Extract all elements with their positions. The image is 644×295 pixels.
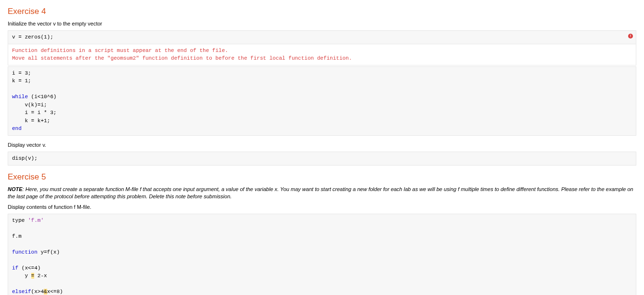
keyword-elseif: elseif: [12, 289, 31, 295]
keyword-if: if: [12, 265, 18, 271]
string-literal: 'f.m': [28, 218, 44, 223]
highlight-amp: &: [44, 289, 47, 295]
code-line: f.m: [12, 233, 22, 239]
code-line: disp(v);: [12, 155, 38, 161]
exercise-4-title: Exercise 4: [8, 7, 636, 16]
code-text: x<=8): [47, 289, 63, 295]
code-text: type: [12, 218, 28, 223]
code-line: i = i * 3;: [12, 110, 56, 115]
ex4-code-1: v = zeros(1);!: [8, 30, 636, 44]
code-text: (x<=4): [18, 265, 40, 271]
code-line: k = k+1;: [12, 118, 50, 124]
code-text: (i<10^6): [28, 94, 56, 100]
code-line: k = 1;: [12, 78, 31, 84]
keyword-end: end: [12, 126, 22, 131]
code-line: v = zeros(1);: [12, 34, 53, 40]
note-body: : Here, you must create a separate funct…: [8, 186, 633, 199]
keyword-function: function: [12, 249, 38, 255]
ex4-prompt-1: Initialize the vector v to the empty vec…: [8, 20, 636, 27]
ex4-code-3: disp(v);: [8, 152, 636, 166]
error-icon[interactable]: !: [628, 34, 633, 38]
exercise-5-title: Exercise 5: [8, 172, 636, 182]
ex4-error-output: Function definitions in a script must ap…: [8, 44, 636, 65]
error-line: Function definitions in a script must ap…: [12, 48, 228, 53]
code-text: y: [12, 273, 31, 279]
code-line: i = 3;: [12, 70, 31, 76]
ex4-code-2: i = 3; k = 1; while (i<10^6) v(k)=i; i =…: [8, 66, 636, 136]
ex5-prompt-1: Display contents of function f M-file.: [8, 204, 636, 211]
ex5-code: type 'f.m' f.m function y=f(x) if (x<=4)…: [8, 214, 636, 295]
keyword-while: while: [12, 94, 28, 100]
code-text: (x>4: [31, 289, 44, 295]
ex5-note: NOTE: Here, you must create a separate f…: [8, 186, 636, 201]
note-label: NOTE: [8, 186, 23, 192]
ex4-prompt-2: Display vector v.: [8, 141, 636, 149]
code-text: 2-x: [34, 273, 47, 279]
code-line: v(k)=i;: [12, 102, 47, 108]
code-text: y=f(x): [38, 249, 60, 255]
error-line: Move all statements after the "geomsum2"…: [12, 55, 352, 61]
